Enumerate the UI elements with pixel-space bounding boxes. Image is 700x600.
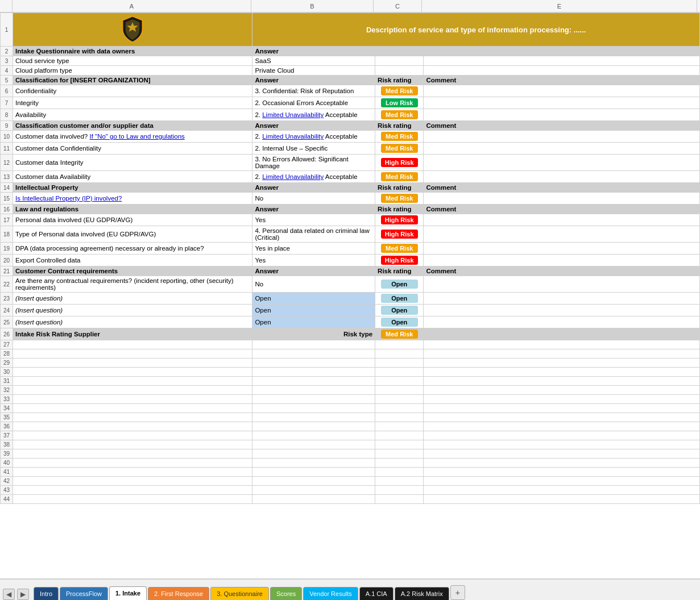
cell-c20: High Risk xyxy=(375,255,424,266)
cell-c21: Risk rating xyxy=(375,266,424,276)
cell-b20: Yes xyxy=(252,255,375,266)
cell-b24: Open xyxy=(252,305,375,316)
cell-b10: 2. Limited Unavailability Acceptable xyxy=(252,131,375,143)
table-row: 37 xyxy=(1,431,700,440)
cell-b23: Open xyxy=(252,293,375,305)
description-header: Description of service and type of infor… xyxy=(252,13,700,47)
table-row: 43 xyxy=(1,486,700,495)
table-row: 25 (Insert question) Open Open xyxy=(1,316,700,328)
row-num-23: 23 xyxy=(1,293,13,305)
cell-c22: Open xyxy=(375,276,424,293)
column-headers: A B C E xyxy=(0,0,700,13)
table-row: 44 xyxy=(1,495,700,504)
cell-e6 xyxy=(424,85,700,97)
spreadsheet-container: A B C E 1 xyxy=(0,0,700,600)
row-num-1: 1 xyxy=(1,13,13,47)
cell-b9: Answer xyxy=(252,121,375,131)
row-num-9: 9 xyxy=(1,121,13,131)
cell-a21: Customer Contract requirements xyxy=(13,266,252,276)
table-row: 21 Customer Contract requirements Answer… xyxy=(1,266,700,276)
empty-cell xyxy=(424,47,700,56)
table-row: 11 Customer data Confidentiality 2. Inte… xyxy=(1,143,700,155)
table-row: 24 (Insert question) Open Open xyxy=(1,305,700,316)
cell-a24: (Insert question) xyxy=(13,305,252,316)
table-row: 32 xyxy=(1,386,700,395)
shield-icon xyxy=(119,15,146,43)
cell-a22: Are there any contractual requirements? … xyxy=(13,276,252,293)
cell-a6: Confidentiality xyxy=(13,85,252,97)
cell-b3: SaaS xyxy=(252,56,375,66)
cell-b19: Yes in place xyxy=(252,243,375,255)
cell-b4: Private Cloud xyxy=(252,66,375,76)
cell-b7: 2. Occasional Errors Acceptable xyxy=(252,97,375,109)
cell-e25 xyxy=(424,316,700,328)
cell-a19: DPA (data processing agreement) necessar… xyxy=(13,243,252,255)
row-num-7: 7 xyxy=(1,97,13,109)
cell-e5: Comment xyxy=(424,76,700,85)
open-badge: Open xyxy=(381,318,418,327)
tab-vendor-results[interactable]: Vendor Results xyxy=(303,587,358,600)
row-num-10: 10 xyxy=(1,131,13,143)
cell-a15: Is Intellectual Property (IP) involved? xyxy=(13,193,252,205)
table-row: 1 Description of service and type of inf… xyxy=(1,13,700,47)
cell-c8: Med Risk xyxy=(375,109,424,121)
table-row: 6 Confidentiality 3. Confidential: Risk … xyxy=(1,85,700,97)
table-row: 18 Type of Personal data involved (EU GD… xyxy=(1,226,700,243)
table-row: 33 xyxy=(1,395,700,404)
cell-b8: 2. Limited Unavailability Acceptable xyxy=(252,109,375,121)
cell-e20 xyxy=(424,255,700,266)
cell-c16: Risk rating xyxy=(375,205,424,214)
tab-processflow[interactable]: ProcessFlow xyxy=(60,587,108,600)
table-row: 27 xyxy=(1,340,700,349)
cell-c5: Risk rating xyxy=(375,76,424,85)
table-row: 23 (Insert question) Open Open xyxy=(1,293,700,305)
cell-a14: Intellectual Property xyxy=(13,183,252,193)
table-row: 16 Law and regulations Answer Risk ratin… xyxy=(1,205,700,214)
row-num-12: 12 xyxy=(1,155,13,171)
row-num-15: 15 xyxy=(1,193,13,205)
tab-intro[interactable]: Intro xyxy=(34,587,59,600)
add-sheet-button[interactable]: + xyxy=(450,585,465,600)
tab-intake[interactable]: 1. Intake xyxy=(109,586,147,600)
cell-e4 xyxy=(424,66,700,76)
risk-badge-med: Med Risk xyxy=(381,172,418,181)
table-row: 2 Intake Questionnaire with data owners … xyxy=(1,47,700,56)
cell-c13: Med Risk xyxy=(375,171,424,183)
table-area: 1 Description of service and type of inf… xyxy=(0,13,700,578)
col-header-a: A xyxy=(13,0,251,12)
cell-e22 xyxy=(424,276,700,293)
cell-c3 xyxy=(375,56,424,66)
cell-a23: (Insert question) xyxy=(13,293,252,305)
table-row: 26 Intake Risk Rating Supplier Risk type… xyxy=(1,328,700,340)
cell-b17: Yes xyxy=(252,214,375,226)
cell-c6: Med Risk xyxy=(375,85,424,97)
table-row: 29 xyxy=(1,359,700,368)
cell-a7: Integrity xyxy=(13,97,252,109)
next-arrow[interactable]: ▶ xyxy=(17,589,29,600)
table-row: 8 Availability 2. Limited Unavailability… xyxy=(1,109,700,121)
table-row: 39 xyxy=(1,449,700,459)
cell-a25: (Insert question) xyxy=(13,316,252,328)
tab-questionnaire[interactable]: 3. Questionnaire xyxy=(210,587,269,600)
cell-e16: Comment xyxy=(424,205,700,214)
table-row: 17 Personal data involved (EU GDPR/AVG) … xyxy=(1,214,700,226)
tab-risk-matrix[interactable]: A.2 Risk Matrix xyxy=(395,587,449,600)
table-row: 36 xyxy=(1,422,700,431)
risk-badge-med: Med Risk xyxy=(381,86,418,95)
tab-first-response[interactable]: 2. First Response xyxy=(148,587,209,600)
cell-b16: Answer xyxy=(252,205,375,214)
col-header-b: B xyxy=(251,0,374,12)
cell-c12: High Risk xyxy=(375,155,424,171)
table-row: 10 Customer data involved? If "No" go to… xyxy=(1,131,700,143)
row-num-5: 5 xyxy=(1,76,13,85)
tab-cia[interactable]: A.1 CIA xyxy=(359,587,394,600)
tab-scores[interactable]: Scores xyxy=(270,587,302,600)
cell-e19 xyxy=(424,243,700,255)
cell-e10 xyxy=(424,131,700,143)
prev-arrow[interactable]: ◀ xyxy=(3,589,15,600)
cell-e9: Comment xyxy=(424,121,700,131)
cell-e24 xyxy=(424,305,700,316)
table-row: 28 xyxy=(1,349,700,359)
row-num-4: 4 xyxy=(1,66,13,76)
cell-a20: Export Controlled data xyxy=(13,255,252,266)
